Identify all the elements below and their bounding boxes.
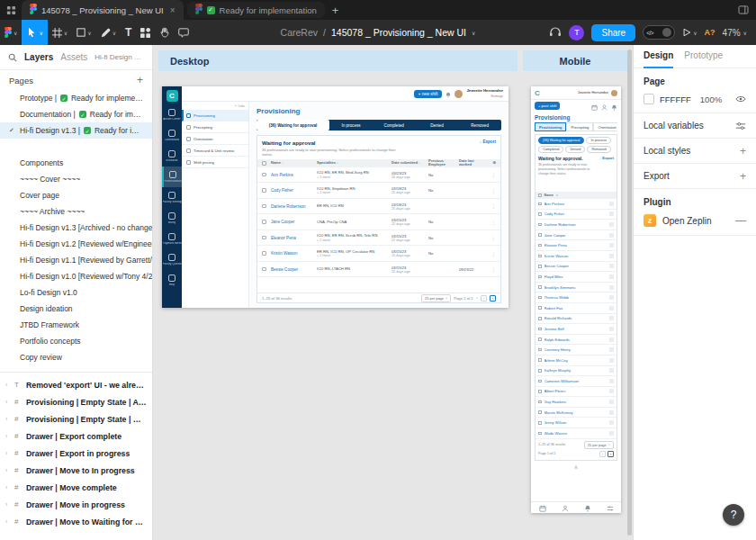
professional-row[interactable]: Ann PerkinsICU RN, ER RN, Med-Surg RN+ 1… [257,167,500,184]
sidebar-page-item[interactable]: ✓Hi-fi Design v1.0 [Reviewed w/Tony 4/25… [0,268,152,284]
chevron-down-icon[interactable]: ∨ [472,30,475,36]
sidebar-layer-item[interactable]: ›#Drawer | Move in progress [0,496,152,513]
expand-caret-icon[interactable]: › [5,450,11,456]
page-color-hex[interactable]: FFFFFF [660,94,691,104]
local-variables-row[interactable]: Local variables [634,113,756,139]
expand-caret-icon[interactable]: › [5,501,11,508]
sidebar-page-item[interactable]: ✓Hi-fi Design v1.1 [Reviewed by Garrett/… [0,252,152,268]
share-button[interactable]: Share [591,24,635,41]
row-checkbox [538,317,542,320]
zoom-menu[interactable]: 47% ∨ [723,28,747,38]
page-color-opacity[interactable]: 100% [700,94,722,104]
sidebar-layer-item[interactable]: ›#Drawer | Move complete [0,479,152,496]
expand-caret-icon[interactable]: › [5,433,11,439]
main-menu-button[interactable]: ∨ [0,20,22,45]
dev-mode-toggle[interactable]: </> [643,25,675,40]
expand-caret-icon[interactable]: › [5,399,11,405]
file-name[interactable]: 145078 _ Provisioning _ New UI [331,27,466,38]
comment-tool-button[interactable] [174,20,194,45]
page-switcher[interactable]: Hi-fi Design v1.3 | ... [94,53,144,61]
avatar[interactable]: T [569,25,584,40]
sidebar-layer-item[interactable]: ›TRemoved 'export' UI - we already have … [0,376,152,393]
sidebar-page-item[interactable]: ✓Hi-fi Design v1.2 [Reviewed w/Engineeri… [0,236,152,252]
professional-row[interactable]: Cody FisherICU RN, Stepdown RN+ 1 more03… [257,183,500,199]
sidebar-layer-item[interactable]: ›#Drawer | Export in progress [0,445,152,462]
sidebar-page-item[interactable]: ✓~~~~ Cover ~~~~ [0,171,152,187]
tab-design[interactable]: Design [644,45,673,68]
sidebar-page-item[interactable]: ✓Lo-fi Design v1.0 [0,284,152,301]
help-button[interactable]: ? [723,504,744,526]
search-icon[interactable] [8,50,17,66]
canvas-scrollbar[interactable] [627,50,632,536]
professional-row: Darlene Robertson [536,220,616,230]
pen-tool-button[interactable]: ∨ [96,20,121,45]
missing-font-warning[interactable]: A? [705,28,716,37]
sidebar-layer-item[interactable]: ›#Drawer | Export complete [0,428,152,445]
sidebar-page-item[interactable]: ✓Hi-fi Design v1.3 [Archived - no change… [0,220,152,236]
section-mobile[interactable]: Mobile [523,50,627,71]
professional-row[interactable]: Bessie CooperICU RN, LTACH RN03/15/2315 … [257,262,500,278]
expand-caret-icon[interactable]: › [5,416,11,422]
resources-button[interactable] [136,20,155,45]
sidebar-page-item[interactable]: ✓~~~~ Archive ~~~~ [0,203,152,220]
huddle-headphones-icon[interactable] [549,24,562,40]
tab-assets[interactable]: Assets [60,52,87,62]
file-tab-secondary[interactable]: ✓ Ready for implementation [187,2,325,18]
move-tool-button[interactable]: ∨ [22,20,47,45]
sidebar-layer-item[interactable]: ›#Drawer | Move to In progress [0,462,152,479]
professional-row[interactable]: Jane CooperCNA, PreOp CNA03/15/2322 days… [257,214,500,230]
variables-sliders-icon[interactable] [735,122,746,130]
file-tab-current[interactable]: 145078 _ Provisioning _ New UI × [22,0,184,20]
expand-caret-icon[interactable]: › [5,484,11,490]
card-header: Waiting for approval 36 professionals ar… [257,136,500,159]
app-menu-grid-icon[interactable] [0,5,22,15]
hand-tool-button[interactable] [155,20,174,45]
window-layout-icon[interactable] [738,5,749,14]
sidebar-page-item[interactable]: ✓Prototype |✓Ready for implementation [0,90,152,106]
expand-caret-icon[interactable]: › [5,518,11,525]
export-row[interactable]: Export + [634,164,756,189]
sidebar-page-item[interactable]: ✓Components [0,155,152,171]
shape-tool-button[interactable]: ∨ [72,20,95,45]
add-page-button[interactable]: + [137,74,143,86]
new-tab-button[interactable]: + [332,4,339,17]
visibility-eye-icon[interactable] [735,94,746,104]
text-tool-button[interactable]: T [121,20,136,45]
sidebar-page-item[interactable]: ✓Cover page [0,187,152,203]
sidebar-page-item[interactable]: ✓Design ideation [0,301,152,317]
section-desktop[interactable]: Desktop [158,50,518,71]
page-label: Hi-fi Design v1.3 | [20,126,80,135]
subnav-item-label: Provisioning [194,113,215,118]
sidebar-page-item[interactable]: ✓Copy review [0,349,152,365]
remove-plugin-icon[interactable]: — [735,214,746,227]
present-button[interactable]: ∨ [682,28,697,37]
sidebar-layer-item[interactable]: ›#Provisioning | Empty State | All other… [0,393,152,410]
desktop-design-frame[interactable]: C Action CenterDashboardScheduleProfessi… [162,86,508,308]
mobile-design-frame[interactable]: C Jeanette Hernandez + post shift Provis… [531,86,621,513]
close-tab-icon[interactable]: × [170,5,176,15]
professional-row[interactable]: Darlene RobertsonER RN, ICU RN03/18/2325… [257,199,500,215]
page-color-swatch[interactable] [644,94,654,104]
expand-caret-icon[interactable]: › [5,382,11,388]
sidebar-page-item[interactable]: ✓Portfolio concepts [0,333,152,349]
add-style-icon[interactable]: + [740,145,746,158]
breadcrumb[interactable]: CareRev / 145078 _ Provisioning _ New UI… [281,27,476,38]
professional-row[interactable]: Eleanor PenaICU RN, ER RN, Scrub RN, Tel… [257,230,500,247]
sidebar-page-item[interactable]: ✓Documentation |✓Ready for implementatio… [0,106,152,122]
sidebar-page-item[interactable]: ✓Hi-fi Design v1.3 |✓Ready for implement… [0,122,152,139]
user-settings-link: Settings [490,94,503,98]
add-export-icon[interactable]: + [740,170,746,183]
frame-tool-button[interactable]: ∨ [48,20,72,45]
local-styles-row[interactable]: Local styles + [634,139,756,164]
canvas[interactable]: Desktop Mobile C Action CenterDashboardS… [153,45,633,540]
sidebar-page-item[interactable]: ✓JTBD Framework [0,317,152,333]
expand-caret-icon[interactable]: › [5,467,11,473]
tab-layers[interactable]: Layers [24,52,53,62]
sidebar-layer-item[interactable]: ›#Provisioning | Empty State | Waiting f… [0,410,152,428]
plugin-row[interactable]: z Open Zeplin — [644,214,746,227]
sidebar-layer-item[interactable]: ›#Drawer | Move to Waiting for approval [0,513,152,530]
tab-prototype[interactable]: Prototype [684,45,723,68]
chevron-down-icon: ∨ [693,30,697,36]
org-name[interactable]: CareRev [281,27,318,38]
professional-row[interactable]: Kristin WatsonER RN, ICU RN, OP Circulat… [257,246,500,262]
